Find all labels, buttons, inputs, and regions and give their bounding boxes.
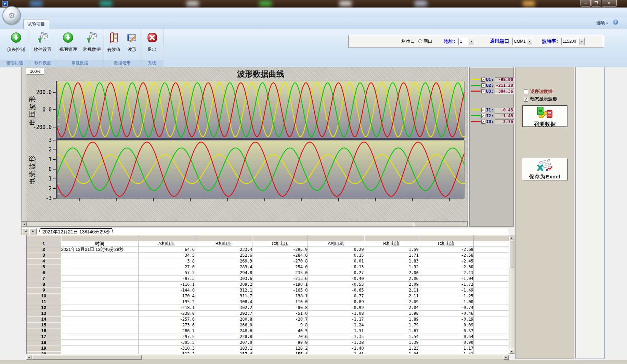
app-icon[interactable]: ➤ <box>2 1 8 6</box>
dynamic-display-checkbox[interactable]: ✓ 动态显示波形 <box>524 96 557 102</box>
row-number-cell[interactable]: 15 <box>27 322 61 328</box>
column-header-cell[interactable] <box>61 235 138 241</box>
help-icon[interactable]: ? <box>613 19 618 25</box>
row-number-cell[interactable]: 14 <box>27 316 61 322</box>
row-number-cell[interactable]: 8 <box>27 281 61 287</box>
serial-radio[interactable]: 串口 <box>401 38 415 44</box>
table-cell[interactable]: 1.17 <box>419 345 473 351</box>
table-cell[interactable]: -257.6 <box>138 316 195 322</box>
baud-select[interactable]: 115200▼ <box>561 38 585 45</box>
table-cell[interactable]: 312.1 <box>195 287 252 293</box>
table-cell[interactable] <box>61 322 138 328</box>
table-cell[interactable] <box>61 351 138 354</box>
series-checkbox[interactable]: ✓ <box>481 114 485 118</box>
table-cell[interactable]: 0.37 <box>419 328 473 334</box>
table-cell[interactable] <box>61 345 138 351</box>
table-cell[interactable] <box>61 252 138 258</box>
row-number-cell[interactable]: 11 <box>27 299 61 305</box>
table-cell[interactable]: -1.38 <box>308 339 364 345</box>
table-cell[interactable]: -286.7 <box>138 328 195 334</box>
table-cell[interactable]: 70.6 <box>252 334 308 339</box>
table-cell[interactable]: -1.94 <box>419 275 473 281</box>
table-cell[interactable] <box>473 275 509 281</box>
table-cell[interactable]: 207.0 <box>195 339 252 345</box>
row-number-cell[interactable]: 2 <box>27 246 61 252</box>
meter-control-button[interactable]: 仪表控制 <box>4 31 28 53</box>
table-cell[interactable]: -0.99 <box>308 305 364 310</box>
scrollbar-track[interactable] <box>27 222 457 226</box>
table-vertical-scrollbar[interactable]: ▲ ▼ <box>509 235 514 354</box>
table-cell[interactable] <box>61 293 138 299</box>
row-number-cell[interactable]: 13 <box>27 310 61 316</box>
table-cell[interactable] <box>61 287 138 293</box>
table-cell[interactable]: -0.65 <box>308 287 364 293</box>
series-checkbox[interactable]: ✓ <box>481 78 485 82</box>
table-cell[interactable]: -170.4 <box>138 293 195 299</box>
table-cell[interactable]: 1.89 <box>364 316 419 322</box>
table-cell[interactable]: -0.77 <box>308 293 364 299</box>
table-cell[interactable]: 248.6 <box>195 328 252 334</box>
table-cell[interactable] <box>473 299 509 305</box>
table-horizontal-scrollbar[interactable]: ◄ ► <box>26 355 509 360</box>
table-cell[interactable] <box>61 310 138 316</box>
table-cell[interactable]: 64.6 <box>138 246 195 252</box>
port-select[interactable]: COM1▼ <box>512 38 532 45</box>
table-cell[interactable]: 292.7 <box>195 310 252 316</box>
table-cell[interactable]: 3.8 <box>138 258 195 264</box>
table-cell[interactable]: 1.59 <box>364 246 419 252</box>
table-cell[interactable]: 311.7 <box>195 293 252 299</box>
call-data-button[interactable]: 召测数据 <box>522 105 567 127</box>
table-header-cell[interactable] <box>473 241 509 246</box>
table-cell[interactable]: -27.0 <box>138 264 195 270</box>
scroll-left-icon[interactable]: ◄ <box>22 222 27 226</box>
table-cell[interactable]: -190.1 <box>252 281 308 287</box>
table-cell[interactable] <box>61 316 138 322</box>
column-header-cell[interactable] <box>473 235 509 241</box>
table-cell[interactable]: 2.09 <box>364 281 419 287</box>
table-cell[interactable] <box>473 322 509 328</box>
table-cell[interactable]: 183.1 <box>195 345 252 351</box>
table-cell[interactable]: -138.1 <box>252 293 308 299</box>
row-number-cell[interactable]: 1 <box>27 241 61 246</box>
row-number-cell[interactable]: 5 <box>27 264 61 270</box>
table-cell[interactable]: -1.00 <box>419 299 473 305</box>
table-cell[interactable]: 280.8 <box>195 316 252 322</box>
close-button[interactable]: ✕ <box>602 0 617 6</box>
table-cell[interactable] <box>473 287 509 293</box>
table-cell[interactable]: -2.13 <box>419 270 473 275</box>
row-number-cell[interactable]: 20 <box>27 351 61 354</box>
row-number-cell[interactable]: 16 <box>27 328 61 334</box>
table-header-cell[interactable]: C相电压 <box>252 241 308 246</box>
table-cell[interactable] <box>473 270 509 275</box>
table-cell[interactable]: 252.6 <box>195 252 252 258</box>
table-cell[interactable]: -116.1 <box>138 281 195 287</box>
table-cell[interactable] <box>61 275 138 281</box>
table-cell[interactable] <box>61 270 138 275</box>
table-cell[interactable] <box>61 328 138 334</box>
table-cell[interactable]: -1.72 <box>419 281 473 287</box>
table-cell[interactable]: -110.0 <box>252 299 308 305</box>
table-cell[interactable]: -270.8 <box>252 258 308 264</box>
table-cell[interactable] <box>473 310 509 316</box>
table-header-cell[interactable]: B相电压 <box>195 241 252 246</box>
table-header-cell[interactable]: 时间 <box>61 241 138 246</box>
table-cell[interactable] <box>473 339 509 345</box>
maximize-button[interactable]: ❐ <box>591 0 601 6</box>
column-header-cell[interactable] <box>252 235 308 241</box>
series-checkbox[interactable]: ✓ <box>481 120 485 124</box>
table-cell[interactable]: 1.79 <box>364 322 419 328</box>
table-cell[interactable]: -1.41 <box>308 351 364 354</box>
table-cell[interactable]: 283.4 <box>195 264 252 270</box>
view-management-button[interactable]: 视图管理 <box>56 31 80 53</box>
column-header-cell[interactable] <box>364 235 419 241</box>
table-cell[interactable] <box>473 351 509 354</box>
table-cell[interactable]: -80.8 <box>252 305 308 310</box>
table-cell[interactable]: 233.4 <box>195 246 252 252</box>
table-cell[interactable] <box>473 264 509 270</box>
table-cell[interactable]: 0.15 <box>308 252 364 258</box>
network-radio[interactable]: 网口 <box>418 38 432 44</box>
column-header-cell[interactable] <box>419 235 473 241</box>
table-cell[interactable]: -1.40 <box>308 345 364 351</box>
table-cell[interactable]: 40.5 <box>252 328 308 334</box>
table-cell[interactable] <box>473 328 509 334</box>
